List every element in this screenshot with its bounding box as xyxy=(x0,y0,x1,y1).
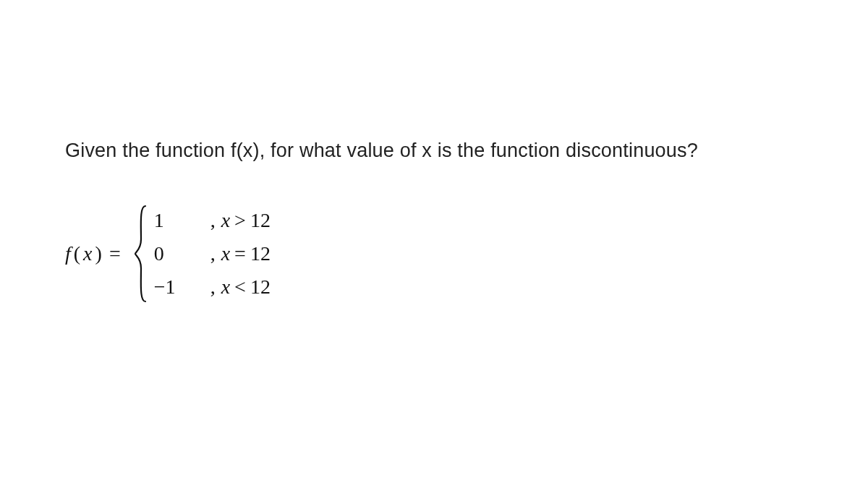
case-2-rel: = xyxy=(234,242,246,265)
lhs-close-paren: ) xyxy=(95,242,102,265)
case-1-comma: , xyxy=(210,209,216,232)
lhs-f-of-x: f ( x ) = xyxy=(65,242,125,265)
case-1-rel: > xyxy=(234,209,246,232)
case-1-rhs: 12 xyxy=(250,209,271,232)
case-1-var: x xyxy=(221,209,230,232)
case-3-rel: < xyxy=(234,275,246,299)
case-3-var: x xyxy=(221,275,230,299)
case-2-comma: , xyxy=(210,242,216,265)
cases-grid: 1 , x > 12 0 , x = 12 −1 , x xyxy=(154,209,271,299)
lhs-f: f xyxy=(65,242,71,265)
case-2-value: 0 xyxy=(154,242,183,265)
cases-brace-wrap: 1 , x > 12 0 , x = 12 −1 , x xyxy=(132,203,271,304)
case-3-rhs: 12 xyxy=(250,275,271,299)
question-text: Given the function f(x), for what value … xyxy=(65,137,803,163)
case-3-condition: , x < 12 xyxy=(210,275,271,299)
left-brace-icon xyxy=(132,203,150,304)
case-2-rhs: 12 xyxy=(250,242,271,265)
case-3-comma: , xyxy=(210,275,216,299)
case-2-condition: , x = 12 xyxy=(210,242,271,265)
case-1-value: 1 xyxy=(154,209,183,232)
case-2-var: x xyxy=(221,242,230,265)
lhs-open-paren: ( xyxy=(74,242,80,265)
lhs-x: x xyxy=(83,242,92,265)
equals-sign: = xyxy=(109,242,121,265)
page: Given the function f(x), for what value … xyxy=(0,0,868,488)
case-1-condition: , x > 12 xyxy=(210,209,271,232)
case-3-value: −1 xyxy=(154,275,183,299)
piecewise-definition: f ( x ) = 1 , x > 12 0 , x xyxy=(65,203,803,304)
